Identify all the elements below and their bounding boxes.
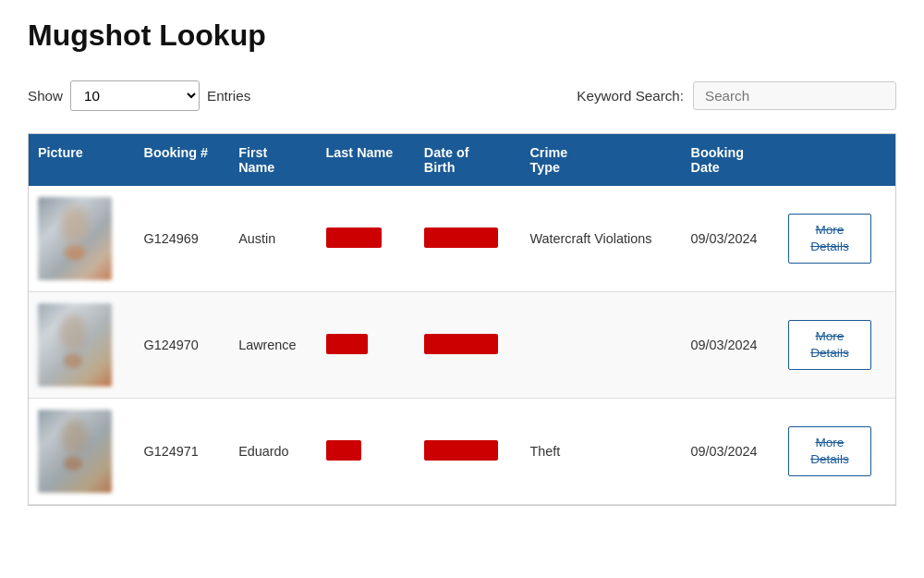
cell-dob-1	[415, 186, 521, 292]
show-entries-group: Show 10 25 50 100 Entries	[28, 80, 250, 111]
results-table: Picture Booking # FirstName Last Name Da…	[29, 134, 895, 505]
redacted-last-name-3	[326, 440, 361, 461]
cell-booking-date-1: 09/03/2024	[682, 186, 779, 292]
table-row: G124969 Austin Watercraft Violations 09/…	[29, 186, 895, 292]
page-title: Mugshot Lookup	[28, 18, 896, 53]
col-header-crime-type: CrimeType	[520, 134, 681, 186]
redacted-dob-2	[424, 334, 498, 354]
cell-picture-3	[29, 399, 135, 505]
redacted-last-name-2	[326, 334, 368, 354]
cell-crime-type-3: Theft	[520, 399, 681, 505]
cell-booking-num-3: G124971	[135, 399, 230, 505]
table-row: G124970 Lawrence 09/03/2024 More Details	[29, 292, 895, 399]
table-row: G124971 Eduardo Theft 09/03/2024 More De…	[29, 399, 895, 505]
search-input[interactable]	[693, 81, 896, 110]
cell-first-name-1: Austin	[229, 186, 316, 292]
results-table-wrapper: Picture Booking # FirstName Last Name Da…	[28, 133, 896, 506]
cell-last-name-3	[317, 399, 415, 505]
col-header-booking-num: Booking #	[135, 134, 230, 186]
cell-dob-3	[415, 399, 521, 505]
redacted-dob-3	[424, 440, 498, 461]
cell-booking-num-2: G124970	[135, 292, 230, 399]
redacted-last-name-1	[326, 228, 382, 248]
entries-label: Entries	[207, 88, 250, 104]
entries-select[interactable]: 10 25 50 100	[70, 80, 200, 111]
col-header-picture: Picture	[29, 134, 135, 186]
cell-last-name-1	[317, 186, 415, 292]
cell-dob-2	[415, 292, 521, 399]
more-details-button-2[interactable]: More Details	[788, 320, 871, 369]
cell-first-name-2: Lawrence	[229, 292, 316, 399]
keyword-search-group: Keyword Search:	[577, 81, 896, 110]
more-details-button-1[interactable]: More Details	[788, 214, 871, 263]
col-header-dob: Date ofBirth	[415, 134, 521, 186]
cell-picture-1	[29, 186, 135, 292]
cell-booking-date-2: 09/03/2024	[682, 292, 779, 399]
cell-last-name-2	[317, 292, 415, 399]
col-header-last-name: Last Name	[317, 134, 415, 186]
table-header-row: Picture Booking # FirstName Last Name Da…	[29, 134, 895, 186]
cell-first-name-3: Eduardo	[229, 399, 316, 505]
cell-actions-2: More Details	[779, 292, 895, 399]
show-label: Show	[28, 88, 63, 104]
cell-crime-type-1: Watercraft Violations	[520, 186, 681, 292]
cell-actions-1: More Details	[779, 186, 895, 292]
controls-row: Show 10 25 50 100 Entries Keyword Search…	[28, 80, 896, 111]
keyword-search-label: Keyword Search:	[577, 88, 684, 104]
more-details-button-3[interactable]: More Details	[788, 426, 871, 475]
col-header-actions	[779, 134, 895, 186]
mugshot-2	[38, 303, 112, 387]
redacted-dob-1	[424, 228, 498, 248]
cell-actions-3: More Details	[779, 399, 895, 505]
col-header-first-name: FirstName	[229, 134, 316, 186]
cell-booking-date-3: 09/03/2024	[682, 399, 779, 505]
cell-booking-num-1: G124969	[135, 186, 230, 292]
cell-crime-type-2	[520, 292, 681, 399]
cell-picture-2	[29, 292, 135, 399]
col-header-booking-date: BookingDate	[682, 134, 779, 186]
mugshot-1	[38, 197, 112, 280]
mugshot-3	[38, 410, 112, 493]
